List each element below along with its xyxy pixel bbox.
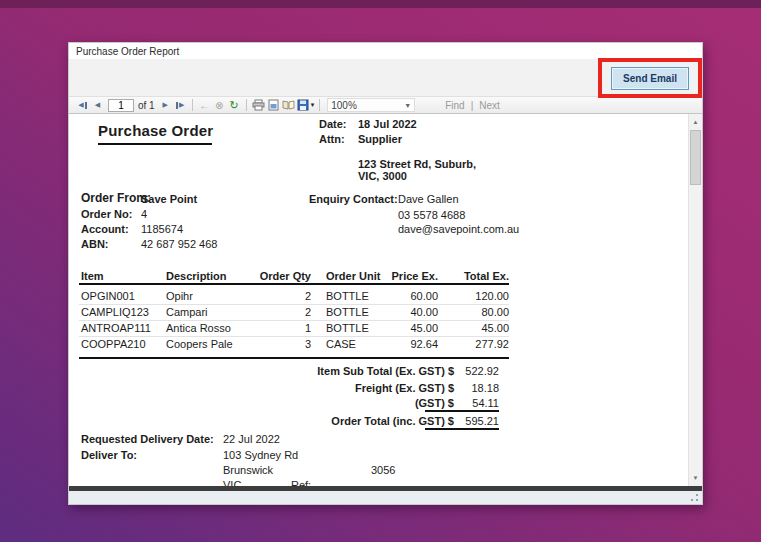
table-row: COOPPA210 Coopers Pale 3 CASE 92.64 277.… xyxy=(69,336,509,352)
cell-order-qty: 3 xyxy=(244,336,311,352)
cell-total-ex: 45.00 xyxy=(435,320,509,336)
deliver-to-state: VIC xyxy=(223,479,241,486)
report-page-viewport[interactable]: Purchase Order Date: 18 Jul 2022 Attn: S… xyxy=(69,114,702,486)
cell-item: CAMPLIQ123 xyxy=(81,304,161,320)
send-email-highlight-annotation: Send Email xyxy=(598,58,702,98)
screen: Purchase Order Report Send Email ◀ ◀ of … xyxy=(0,0,761,549)
toolbar-separator xyxy=(319,99,320,111)
gst-label: (GST) $ xyxy=(254,397,454,409)
vertical-scrollbar[interactable]: ▲ ▼ xyxy=(688,114,702,486)
page-count-label: of 1 xyxy=(138,100,155,111)
cell-order-qty: 2 xyxy=(244,304,311,320)
next-page-icon[interactable]: ▶ xyxy=(159,98,172,112)
back-icon[interactable]: ← xyxy=(198,98,211,112)
table-header-rule xyxy=(79,283,509,285)
stop-render-icon[interactable]: ⊗ xyxy=(213,98,226,112)
enquiry-contact-name: Dave Gallen xyxy=(398,193,459,205)
enquiry-contact-phone: 03 5578 4688 xyxy=(398,209,465,221)
cell-total-ex: 277.92 xyxy=(435,336,509,352)
col-header-price-ex: Price Ex. xyxy=(364,268,438,284)
print-icon[interactable] xyxy=(252,98,265,112)
col-header-item: Item xyxy=(81,268,161,284)
scroll-down-icon[interactable]: ▼ xyxy=(689,471,702,485)
cell-description: Coopers Pale xyxy=(166,336,251,352)
toolbar-separator xyxy=(246,99,247,111)
cell-description: Opihr xyxy=(166,288,251,304)
cell-price-ex: 92.64 xyxy=(364,336,438,352)
first-page-icon[interactable]: ◀ xyxy=(76,98,89,112)
deliver-to-street: 103 Sydney Rd xyxy=(223,449,298,461)
purchase-order-document: Purchase Order Date: 18 Jul 2022 Attn: S… xyxy=(69,114,688,486)
table-row: OPGIN001 Opihr 2 BOTTLE 60.00 120.00 xyxy=(69,288,509,304)
subtotal-label: Item Sub Total (Ex. GST) $ xyxy=(254,365,454,377)
cell-total-ex: 120.00 xyxy=(435,288,509,304)
deliver-to-city: Brunswick xyxy=(223,464,273,476)
report-viewer-toolbar: ◀ ◀ of 1 ▶ ▶ ← ⊗ ↻ xyxy=(69,96,702,114)
supplier-address-line1: 123 Street Rd, Suburb, xyxy=(358,158,476,170)
account-label: Account: xyxy=(81,223,129,235)
cell-item: COOPPA210 xyxy=(81,336,161,352)
cell-order-qty: 1 xyxy=(244,320,311,336)
last-page-icon[interactable]: ▶ xyxy=(174,98,187,112)
account-value: 1185674 xyxy=(141,223,183,235)
previous-page-icon[interactable]: ◀ xyxy=(91,98,104,112)
order-from-value: Save Point xyxy=(141,193,197,205)
find-button[interactable]: Find xyxy=(445,100,464,111)
cell-total-ex: 80.00 xyxy=(435,304,509,320)
purchase-order-report-window: Purchase Order Report Send Email ◀ ◀ of … xyxy=(68,42,703,505)
zoom-select[interactable]: 100% ▼ xyxy=(327,98,415,112)
cell-item: OPGIN001 xyxy=(81,288,161,304)
window-statusbar xyxy=(69,491,702,504)
send-email-button[interactable]: Send Email xyxy=(611,67,689,90)
ref-label: Ref: xyxy=(291,479,311,486)
abn-label: ABN: xyxy=(81,238,109,250)
cell-order-qty: 2 xyxy=(244,288,311,304)
find-controls: Find | Next xyxy=(445,100,500,111)
enquiry-contact-email: dave@savepoint.com.au xyxy=(398,223,519,235)
order-no-label: Order No: xyxy=(81,208,132,220)
zoom-dropdown-icon: ▼ xyxy=(404,102,411,109)
subtotal-value: 522.92 xyxy=(425,365,499,377)
attn-value: Supplier xyxy=(358,133,402,145)
deliver-to-label: Deliver To: xyxy=(81,449,137,461)
freight-value: 18.18 xyxy=(425,382,499,394)
zoom-value: 100% xyxy=(331,100,357,111)
cell-price-ex: 60.00 xyxy=(364,288,438,304)
print-layout-icon[interactable] xyxy=(267,98,280,112)
find-next-separator: | xyxy=(471,100,474,111)
next-button[interactable]: Next xyxy=(479,100,500,111)
cell-description: Campari xyxy=(166,304,251,320)
col-header-description: Description xyxy=(166,268,251,284)
order-total-bottom-rule xyxy=(425,428,499,430)
export-save-icon[interactable]: ▾ xyxy=(297,98,315,112)
table-header-row: Item Description Order Qty Order Unit Pr… xyxy=(69,268,509,284)
totals-top-rule xyxy=(79,357,509,359)
scroll-up-icon[interactable]: ▲ xyxy=(689,115,702,129)
window-title: Purchase Order Report xyxy=(76,46,179,57)
date-label: Date: xyxy=(319,118,347,130)
deliver-to-postcode: 3056 xyxy=(371,464,395,476)
background-bottom-strip xyxy=(0,542,761,549)
enquiry-contact-label: Enquiry Contact: xyxy=(309,193,398,205)
col-header-total-ex: Total Ex. xyxy=(435,268,509,284)
page-setup-icon[interactable] xyxy=(282,98,295,112)
gst-value: 54.11 xyxy=(425,397,499,409)
attn-label: Attn: xyxy=(319,133,345,145)
cell-description: Antica Rosso xyxy=(166,320,251,336)
order-no-value: 4 xyxy=(141,208,147,220)
page-number-input[interactable] xyxy=(108,99,134,112)
freight-label: Freight (Ex. GST) $ xyxy=(254,382,454,394)
order-total-value: 595.21 xyxy=(425,415,499,427)
report-title: Purchase Order xyxy=(98,122,212,145)
scrollbar-thumb[interactable] xyxy=(690,130,701,185)
abn-value: 42 687 952 468 xyxy=(141,238,217,250)
col-header-order-qty: Order Qty xyxy=(244,268,311,284)
supplier-address-line2: VIC, 3000 xyxy=(358,170,407,182)
export-dropdown-icon[interactable]: ▾ xyxy=(311,101,315,109)
window-titlebar[interactable]: Purchase Order Report xyxy=(69,43,702,59)
table-row: ANTROAP111 Antica Rosso 1 BOTTLE 45.00 4… xyxy=(69,320,509,336)
toolbar-separator xyxy=(192,99,193,111)
refresh-icon[interactable]: ↻ xyxy=(228,98,241,112)
resize-grip[interactable] xyxy=(690,493,699,502)
cell-price-ex: 40.00 xyxy=(364,304,438,320)
